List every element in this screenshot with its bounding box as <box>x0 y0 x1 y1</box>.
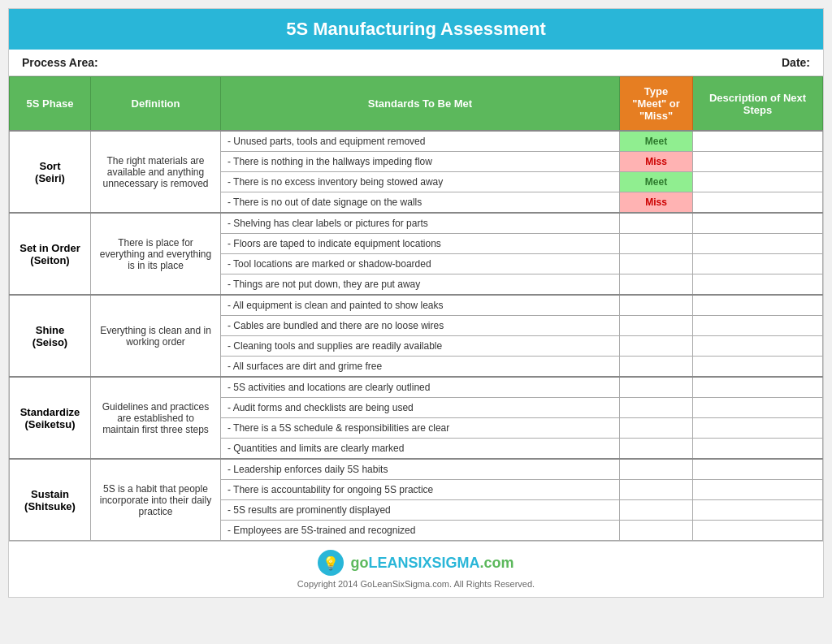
type-cell-2-2[interactable] <box>620 336 693 357</box>
standard-cell-0-3: - There is no out of date signage on the… <box>221 192 620 214</box>
standard-cell-1-1: - Floors are taped to indicate equipment… <box>221 234 620 254</box>
next-steps-cell-3-2[interactable] <box>693 418 823 439</box>
next-steps-cell-4-1[interactable] <box>693 480 823 500</box>
definition-cell-2: Everything is clean and in working order <box>91 295 221 377</box>
type-cell-2-1[interactable] <box>620 316 693 336</box>
next-steps-cell-1-3[interactable] <box>693 274 823 296</box>
next-steps-cell-4-3[interactable] <box>693 521 823 541</box>
standard-cell-0-2: - There is no excess inventory being sto… <box>221 172 620 192</box>
standard-cell-2-0: - All equipment is clean and painted to … <box>221 295 620 316</box>
type-cell-1-3[interactable] <box>620 274 693 296</box>
col-phase-header: 5S Phase <box>10 77 91 132</box>
footer: 💡 goLEANSIXSIGMA.com Copyright 2014 GoLe… <box>9 541 823 597</box>
next-steps-cell-1-0[interactable] <box>693 213 823 234</box>
next-steps-cell-2-0[interactable] <box>693 295 823 316</box>
type-cell-2-3[interactable] <box>620 357 693 378</box>
standard-cell-1-2: - Tool locations are marked or shadow-bo… <box>221 254 620 274</box>
standard-cell-1-3: - Things are not put down, they are put … <box>221 274 620 296</box>
type-cell-0-0[interactable]: Meet <box>620 131 693 152</box>
next-steps-cell-0-0[interactable] <box>693 131 823 152</box>
next-steps-cell-0-3[interactable] <box>693 192 823 214</box>
type-cell-0-2[interactable]: Meet <box>620 172 693 192</box>
footer-logo-icon: 💡 <box>318 550 344 576</box>
type-cell-1-1[interactable] <box>620 234 693 254</box>
col-type-header: Type "Meet" or "Miss" <box>620 77 693 132</box>
type-cell-4-0[interactable] <box>620 459 693 480</box>
standard-cell-2-3: - All surfaces are dirt and grime free <box>221 357 620 378</box>
phase-cell-3: Standardize(Seiketsu) <box>10 377 91 459</box>
next-steps-cell-2-1[interactable] <box>693 316 823 336</box>
standard-cell-2-1: - Cables are bundled and there are no lo… <box>221 316 620 336</box>
next-steps-cell-1-1[interactable] <box>693 234 823 254</box>
type-cell-4-1[interactable] <box>620 480 693 500</box>
standard-cell-3-0: - 5S activities and locations are clearl… <box>221 377 620 398</box>
type-cell-1-2[interactable] <box>620 254 693 274</box>
page-title: 5S Manufacturing Assessment <box>9 9 823 50</box>
next-steps-cell-0-2[interactable] <box>693 172 823 192</box>
next-steps-cell-4-2[interactable] <box>693 500 823 521</box>
standard-cell-0-0: - Unused parts, tools and equipment remo… <box>221 131 620 152</box>
next-steps-cell-3-1[interactable] <box>693 398 823 418</box>
standard-cell-3-2: - There is a 5S schedule & responsibilit… <box>221 418 620 439</box>
type-cell-0-1[interactable]: Miss <box>620 152 693 172</box>
definition-cell-1: There is place for everything and everyt… <box>91 213 221 295</box>
next-steps-cell-4-0[interactable] <box>693 459 823 480</box>
standard-cell-4-1: - There is accountability for ongoing 5S… <box>221 480 620 500</box>
next-steps-cell-2-3[interactable] <box>693 357 823 378</box>
type-cell-3-0[interactable] <box>620 377 693 398</box>
col-standards-header: Standards To Be Met <box>221 77 620 132</box>
phase-cell-4: Sustain(Shitsuke) <box>10 459 91 541</box>
type-cell-4-2[interactable] <box>620 500 693 521</box>
next-steps-cell-3-0[interactable] <box>693 377 823 398</box>
phase-cell-0: Sort(Seiri) <box>10 131 91 213</box>
type-cell-1-0[interactable] <box>620 213 693 234</box>
phase-cell-2: Shine(Seiso) <box>10 295 91 377</box>
date-label: Date: <box>782 56 810 69</box>
standard-cell-4-2: - 5S results are prominently displayed <box>221 500 620 521</box>
col-definition-header: Definition <box>91 77 221 132</box>
type-cell-3-2[interactable] <box>620 418 693 439</box>
standard-cell-4-3: - Employees are 5S-trained and recognize… <box>221 521 620 541</box>
footer-copyright: Copyright 2014 GoLeanSixSigma.com. All R… <box>17 579 815 589</box>
next-steps-cell-0-1[interactable] <box>693 152 823 172</box>
type-cell-3-3[interactable] <box>620 439 693 460</box>
definition-cell-0: The right materials are available and an… <box>91 131 221 213</box>
type-cell-3-1[interactable] <box>620 398 693 418</box>
standard-cell-0-1: - There is nothing in the hallways imped… <box>221 152 620 172</box>
definition-cell-3: Guidelines and practices are established… <box>91 377 221 459</box>
next-steps-cell-1-2[interactable] <box>693 254 823 274</box>
standard-cell-2-2: - Cleaning tools and supplies are readil… <box>221 336 620 357</box>
footer-brand-text: goLEANSIXSIGMA.com <box>350 555 514 572</box>
type-cell-2-0[interactable] <box>620 295 693 316</box>
next-steps-cell-3-3[interactable] <box>693 439 823 460</box>
process-area-label: Process Area: <box>22 56 98 69</box>
standard-cell-3-3: - Quantities and limits are clearly mark… <box>221 439 620 460</box>
phase-cell-1: Set in Order(Seiton) <box>10 213 91 295</box>
type-cell-0-3[interactable]: Miss <box>620 192 693 214</box>
next-steps-cell-2-2[interactable] <box>693 336 823 357</box>
standard-cell-3-1: - Audit forms and checklists are being u… <box>221 398 620 418</box>
type-cell-4-3[interactable] <box>620 521 693 541</box>
standard-cell-4-0: - Leadership enforces daily 5S habits <box>221 459 620 480</box>
standard-cell-1-0: - Shelving has clear labels or pictures … <box>221 213 620 234</box>
definition-cell-4: 5S is a habit that people incorporate in… <box>91 459 221 541</box>
col-nextsteps-header: Description of Next Steps <box>693 77 823 132</box>
